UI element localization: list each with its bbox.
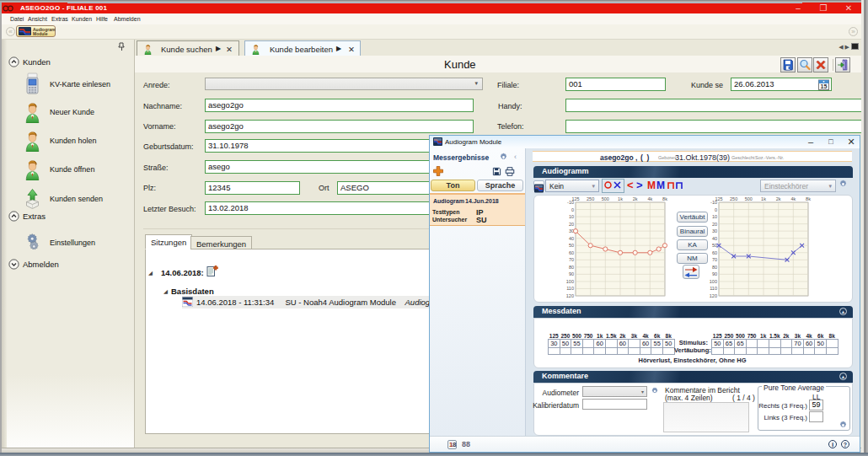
- svg-text:20: 20: [569, 222, 574, 227]
- svg-text:80: 80: [712, 265, 717, 270]
- svg-text:110: 110: [710, 286, 717, 291]
- svg-text:4k: 4k: [647, 196, 652, 201]
- svg-text:110: 110: [566, 286, 574, 291]
- svg-text:8k: 8k: [662, 196, 667, 201]
- svg-text:-10: -10: [567, 200, 574, 205]
- svg-text:120: 120: [566, 293, 574, 298]
- svg-text:10: 10: [712, 214, 717, 219]
- svg-text:20: 20: [712, 222, 717, 227]
- svg-text:2k: 2k: [776, 196, 781, 201]
- svg-text:40: 40: [569, 236, 574, 241]
- svg-text:0: 0: [571, 207, 574, 212]
- svg-text:500: 500: [745, 196, 753, 201]
- svg-text:70: 70: [569, 257, 574, 262]
- svg-text:1k: 1k: [761, 196, 766, 201]
- svg-text:0: 0: [715, 207, 717, 212]
- svg-text:4k: 4k: [790, 196, 796, 201]
- svg-text:10: 10: [569, 214, 574, 219]
- svg-text:250: 250: [730, 196, 737, 201]
- svg-text:15: 15: [821, 83, 828, 89]
- svg-text:100: 100: [710, 279, 717, 284]
- svg-text:100: 100: [566, 279, 574, 284]
- svg-text:90: 90: [712, 271, 717, 276]
- svg-text:30: 30: [712, 228, 717, 233]
- svg-text:8k: 8k: [806, 196, 811, 201]
- svg-text:50: 50: [712, 243, 717, 248]
- svg-text:500: 500: [602, 196, 609, 201]
- svg-text:2k: 2k: [633, 196, 638, 201]
- svg-text:120: 120: [710, 293, 717, 298]
- svg-text:60: 60: [712, 250, 717, 255]
- svg-text:250: 250: [587, 196, 594, 201]
- svg-text:70: 70: [712, 257, 717, 262]
- svg-text:40: 40: [712, 236, 717, 241]
- svg-text:1k: 1k: [618, 196, 623, 201]
- svg-text:90: 90: [569, 271, 574, 276]
- svg-text:-10: -10: [710, 200, 717, 205]
- svg-text:60: 60: [569, 250, 574, 255]
- svg-text:50: 50: [569, 243, 574, 248]
- svg-text:80: 80: [569, 265, 574, 270]
